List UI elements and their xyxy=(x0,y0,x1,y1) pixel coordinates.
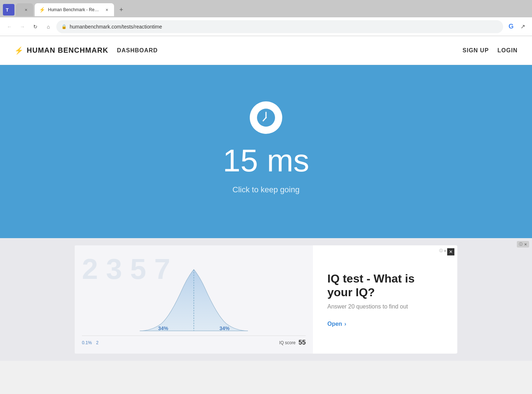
ad-close-button[interactable]: ✕ xyxy=(447,248,454,255)
chart-small-percent: 0.1% xyxy=(82,340,92,345)
brand-logo[interactable]: ⚡ HUMAN BENCHMARK xyxy=(14,46,108,55)
brand-name: HUMAN BENCHMARK xyxy=(27,46,108,54)
chart-left-percent: 34% xyxy=(132,325,194,331)
teams-icon: T xyxy=(3,4,14,16)
ad-content: 2 3 5 7 xyxy=(75,245,457,354)
nav-dashboard[interactable]: DASHBOARD xyxy=(117,47,158,54)
ad-open-arrow: › xyxy=(344,321,346,327)
browser-actions: G ↗ xyxy=(506,22,528,32)
tab-close-inactive[interactable]: ✕ xyxy=(23,7,29,13)
home-button[interactable]: ⌂ xyxy=(43,22,53,32)
ad-close-indicator[interactable]: ✕ xyxy=(524,242,527,246)
address-bar: ← → ↻ ⌂ 🔒 humanbenchmark.com/tests/react… xyxy=(0,17,532,36)
ad-indicator: ⓘ ✕ xyxy=(517,241,529,248)
login-button[interactable]: LOGIN xyxy=(497,47,518,54)
score-value: 55 xyxy=(298,339,306,346)
forward-button[interactable]: → xyxy=(17,22,27,32)
click-prompt: Click to keep going xyxy=(232,185,300,194)
site-nav: ⚡ HUMAN BENCHMARK DASHBOARD SIGN UP LOGI… xyxy=(0,36,532,65)
tab-bar: T ✕ ⚡ Human Benchmark - Reaction Time T … xyxy=(0,0,532,17)
reaction-test-area[interactable]: 15 ms Click to keep going xyxy=(0,65,532,238)
lightning-icon: ⚡ xyxy=(14,46,24,55)
back-icon: ← xyxy=(7,24,12,30)
clock-icon xyxy=(256,108,276,127)
share-button[interactable]: ↗ xyxy=(518,22,528,32)
tab-active-favicon: ⚡ xyxy=(39,7,45,13)
bell-curve-container xyxy=(82,261,306,333)
tab-bar-left: T ✕ ⚡ Human Benchmark - Reaction Time T … xyxy=(3,3,127,16)
ad-subtitle: Answer 20 questions to find out xyxy=(327,303,443,310)
tab-close-active[interactable]: ✕ xyxy=(104,7,110,13)
time-display: 15 ms xyxy=(223,145,309,182)
score-label: IQ score xyxy=(279,340,296,345)
ad-open-label: Open xyxy=(327,321,342,327)
back-button[interactable]: ← xyxy=(4,22,14,32)
ad-open-button[interactable]: Open › xyxy=(327,321,443,327)
site-nav-left: ⚡ HUMAN BENCHMARK DASHBOARD xyxy=(14,46,158,55)
ad-title: IQ test - What is your IQ? xyxy=(327,272,443,299)
reaction-time-value: 15 ms xyxy=(223,145,309,176)
reload-button[interactable]: ↻ xyxy=(30,22,40,32)
svg-point-5 xyxy=(265,117,267,118)
svg-text:T: T xyxy=(6,7,9,13)
google-icon: G xyxy=(506,22,516,32)
chart-small-val: 2 xyxy=(96,340,99,345)
chart-bottom-row: 0.1% 2 IQ score 55 xyxy=(82,336,306,346)
browser-chrome: T ✕ ⚡ Human Benchmark - Reaction Time T … xyxy=(0,0,532,36)
ad-x-small: ✕ xyxy=(444,249,446,253)
ad-right-panel: ✕ ⓘ ✕ IQ test - What is your IQ? Answer … xyxy=(313,245,457,354)
ad-info-small-icon: ⓘ xyxy=(439,248,443,253)
tab-active-title: Human Benchmark - Reaction Time T xyxy=(48,7,101,12)
tab-active[interactable]: ⚡ Human Benchmark - Reaction Time T ✕ xyxy=(35,3,114,16)
chart-percent-labels: 34% 34% xyxy=(82,325,306,331)
tab-inactive[interactable]: ✕ xyxy=(16,3,33,16)
url-bar[interactable]: 🔒 humanbenchmark.com/tests/reactiontime xyxy=(56,20,503,33)
site-nav-right: SIGN UP LOGIN xyxy=(463,47,518,54)
ad-chart-area: 2 3 5 7 xyxy=(75,245,313,354)
website: ⚡ HUMAN BENCHMARK DASHBOARD SIGN UP LOGI… xyxy=(0,36,532,361)
reload-icon: ↻ xyxy=(33,24,38,30)
url-text: humanbenchmark.com/tests/reactiontime xyxy=(70,24,162,30)
clock-circle xyxy=(250,101,282,134)
ad-info-icon: ⓘ xyxy=(519,242,523,247)
chart-right-percent: 34% xyxy=(194,325,255,331)
ad-small-info: ⓘ ✕ xyxy=(439,248,446,253)
signup-button[interactable]: SIGN UP xyxy=(463,47,489,54)
new-tab-button[interactable]: + xyxy=(115,4,127,16)
lock-icon: 🔒 xyxy=(61,24,67,29)
forward-icon: → xyxy=(20,24,25,30)
ad-section: ⓘ ✕ 2 3 5 7 xyxy=(0,238,532,361)
bell-curve-chart xyxy=(132,268,255,333)
home-icon: ⌂ xyxy=(47,24,50,30)
